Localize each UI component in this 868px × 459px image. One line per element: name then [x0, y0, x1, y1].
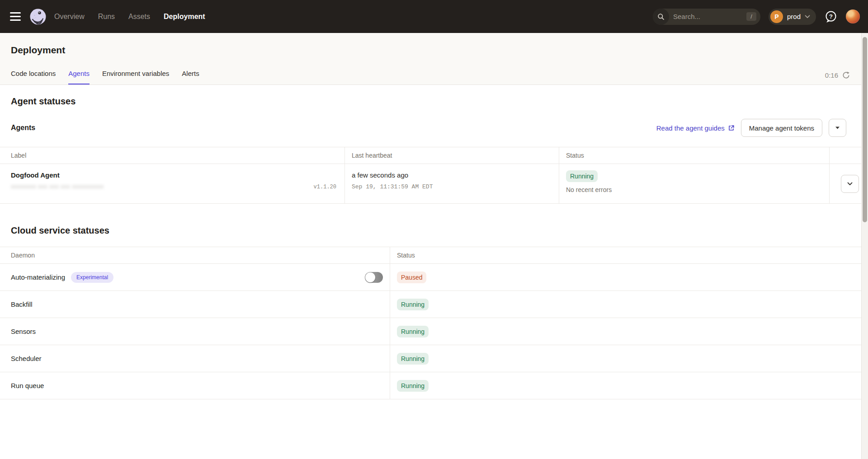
column-header-status: Status	[559, 147, 829, 164]
search-placeholder: Search...	[673, 13, 746, 20]
daemon-status-cell: Running	[390, 372, 868, 399]
svg-text:?: ?	[829, 13, 833, 19]
agent-version: v1.1.20	[314, 184, 336, 190]
refresh-timer: 0:16	[825, 71, 838, 79]
top-nav-links: Overview Runs Assets Deployment	[54, 13, 205, 21]
auto-materializing-toggle[interactable]	[365, 272, 383, 283]
agent-name: Dogfood Agent	[11, 171, 336, 179]
org-name: prod	[787, 13, 801, 20]
tab-bar: Code locations Agents Environment variab…	[11, 70, 857, 84]
tab-environment-variables[interactable]: Environment variables	[102, 70, 169, 84]
daemon-cell: Sensors	[0, 318, 390, 345]
table-row: Dogfood Agent xxxxxxxx xxx xxx xxx xxxxx…	[0, 164, 868, 204]
search-shortcut-key: /	[746, 12, 756, 21]
agent-expand-button[interactable]	[841, 175, 859, 193]
table-row: Scheduler Running	[0, 345, 868, 372]
status-badge: Running	[397, 380, 429, 392]
status-note: No recent errors	[566, 186, 612, 193]
scrollbar-thumb[interactable]	[863, 37, 867, 222]
daemon-name: Auto-materializing	[11, 273, 65, 281]
daemon-name: Sensors	[11, 328, 36, 335]
table-row: Auto-materializing Experimental Paused	[0, 264, 868, 291]
daemon-name: Run queue	[11, 382, 44, 389]
table-row: Run queue Running	[0, 372, 868, 399]
daemon-name: Backfill	[11, 300, 33, 308]
table-row: Backfill Running	[0, 291, 868, 318]
dagster-logo-icon[interactable]	[29, 8, 47, 26]
nav-item-deployment[interactable]: Deployment	[164, 13, 205, 21]
cloud-services-table: Daemon Status Auto-materializing Experim…	[0, 247, 868, 399]
status-badge: Running	[397, 353, 429, 365]
page-title: Deployment	[11, 33, 857, 56]
column-header-heartbeat: Last heartbeat	[344, 147, 559, 164]
daemon-status-cell: Running	[390, 291, 868, 318]
daemon-cell: Run queue	[0, 372, 390, 399]
daemon-cell: Backfill	[0, 291, 390, 318]
cloud-table-header: Daemon Status	[0, 247, 868, 264]
chevron-down-icon	[847, 182, 853, 186]
daemon-name: Scheduler	[11, 355, 42, 362]
hamburger-menu-icon[interactable]	[5, 7, 25, 27]
daemon-status-cell: Paused	[390, 264, 868, 291]
agents-table: Label Last heartbeat Status Dogfood Agen…	[0, 147, 868, 204]
status-badge: Paused	[397, 272, 426, 283]
daemon-cell: Scheduler	[0, 345, 390, 372]
toggle-knob	[365, 272, 375, 282]
topbar-right-group: Search... / P prod ?	[653, 9, 860, 25]
agents-table-header: Label Last heartbeat Status	[0, 147, 868, 164]
refresh-area: 0:16	[825, 71, 850, 84]
column-header-daemon: Daemon	[0, 247, 390, 264]
nav-item-assets[interactable]: Assets	[128, 13, 150, 21]
agent-id-redacted: xxxxxxxx xxx xxx xxx xxxxxxxxxx	[11, 183, 104, 190]
status-badge: Running	[566, 170, 598, 182]
tab-agents[interactable]: Agents	[68, 70, 90, 84]
agent-statuses-heading: Agent statuses	[11, 96, 857, 107]
cloud-service-statuses-heading: Cloud service statuses	[11, 225, 857, 236]
agents-more-actions-button[interactable]	[829, 119, 846, 137]
status-badge: Running	[397, 326, 429, 337]
agents-actions: Read the agent guides Manage agent token…	[656, 119, 846, 137]
heartbeat-relative: a few seconds ago	[352, 171, 559, 179]
daemon-status-cell: Running	[390, 345, 868, 372]
daemon-cell: Auto-materializing Experimental	[0, 264, 390, 291]
agent-label-cell: Dogfood Agent xxxxxxxx xxx xxx xxx xxxxx…	[0, 164, 344, 204]
agent-heartbeat-cell: a few seconds ago Sep 19, 11:31:59 AM ED…	[344, 164, 559, 204]
org-avatar: P	[770, 10, 783, 23]
column-header-status: Status	[390, 247, 868, 264]
user-avatar[interactable]	[846, 9, 860, 23]
agents-toolbar: Agents Read the agent guides Manage agen…	[0, 119, 868, 137]
daemon-status-cell: Running	[390, 318, 868, 345]
deployment-switcher[interactable]: P prod	[769, 9, 816, 25]
table-row: Sensors Running	[0, 318, 868, 345]
manage-agent-tokens-button[interactable]: Manage agent tokens	[741, 119, 822, 137]
agent-guides-link-label: Read the agent guides	[656, 124, 725, 132]
vertical-scrollbar	[861, 33, 868, 459]
search-input[interactable]: Search... /	[653, 9, 760, 25]
page-header: Deployment Code locations Agents Environ…	[0, 33, 868, 85]
heartbeat-timestamp: Sep 19, 11:31:59 AM EDT	[352, 183, 559, 190]
external-link-icon	[728, 125, 735, 131]
help-icon[interactable]: ?	[824, 10, 838, 23]
experimental-badge: Experimental	[71, 272, 113, 283]
nav-item-runs[interactable]: Runs	[98, 13, 115, 21]
chevron-down-icon	[805, 15, 810, 19]
nav-item-overview[interactable]: Overview	[54, 13, 85, 21]
tab-alerts[interactable]: Alerts	[182, 70, 199, 84]
agent-status-cell: Running No recent errors	[559, 164, 829, 204]
column-header-label: Label	[0, 147, 344, 164]
top-navigation-bar: Overview Runs Assets Deployment Search..…	[0, 0, 868, 33]
search-icon	[653, 9, 669, 25]
caret-down-icon	[835, 126, 840, 129]
tab-code-locations[interactable]: Code locations	[11, 70, 56, 84]
refresh-icon[interactable]	[842, 71, 850, 79]
status-badge: Running	[397, 299, 429, 310]
agents-subheading: Agents	[11, 124, 35, 132]
agent-guides-link[interactable]: Read the agent guides	[656, 124, 735, 132]
